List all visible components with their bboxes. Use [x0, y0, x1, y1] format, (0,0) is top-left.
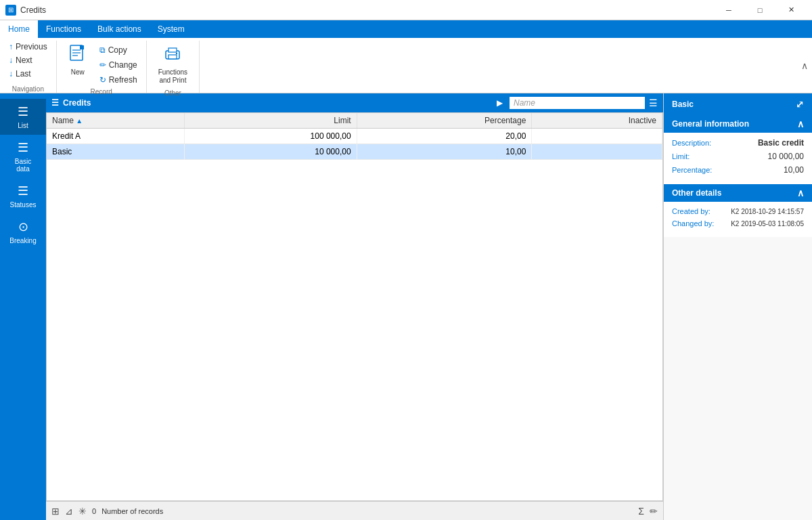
grid-title: ☰ Credits — [51, 98, 493, 108]
general-info-label: General information — [672, 119, 749, 129]
expand-icon[interactable]: ⤢ — [796, 99, 804, 110]
list-icon: ☰ — [18, 104, 28, 119]
records-label: Number of records — [102, 507, 163, 515]
title-bar: ⊞ Credits ─ □ ✕ — [0, 0, 812, 20]
maximize-button[interactable]: □ — [744, 0, 775, 20]
new-label: New — [71, 68, 85, 77]
ribbon: ↑ Previous ↓ Next ↓ Last Navigation — [0, 38, 812, 93]
sidebar-item-statuses[interactable]: ☰ Statuses — [0, 178, 46, 214]
menu-bulk-actions[interactable]: Bulk actions — [89, 20, 150, 38]
functions-print-button[interactable]: Functions and Print — [152, 41, 194, 88]
other-group-label: Other — [152, 88, 194, 98]
cell-percentage: 10,00 — [357, 144, 532, 160]
menu-system[interactable]: System — [150, 20, 193, 38]
menu-home[interactable]: Home — [0, 20, 38, 38]
statuses-icon: ☰ — [18, 183, 28, 198]
table-row[interactable]: Kredit A 100 000,00 20,00 — [47, 129, 662, 144]
sidebar-item-basic-data[interactable]: ☰ Basic data — [0, 135, 46, 178]
ribbon-record-content: New ⧉ Copy ✏ Change ↻ Refresh — [62, 41, 141, 87]
col-inactive[interactable]: Inactive — [532, 113, 662, 129]
other-details-section-header[interactable]: Other details ∧ — [664, 184, 812, 202]
cell-inactive — [532, 129, 662, 144]
window-title: Credits — [20, 5, 46, 15]
filter-icon[interactable]: ⊿ — [65, 506, 73, 517]
right-panel-title: Basic — [672, 100, 694, 109]
credits-table: Name ▲ Limit Percentage Inactive Kredit … — [47, 113, 662, 160]
changed-by-row: Changed by: K2 2019-05-03 11:08:05 — [672, 219, 804, 228]
cell-percentage: 20,00 — [357, 129, 532, 144]
col-name[interactable]: Name ▲ — [47, 113, 185, 129]
created-by-value: K2 2018-10-29 14:15:57 — [716, 208, 804, 215]
ribbon-other-content: Functions and Print — [152, 41, 194, 88]
grid-menu-icon[interactable]: ☰ — [649, 98, 658, 108]
record-group-label: Record — [62, 87, 141, 97]
new-button[interactable]: New — [62, 41, 93, 80]
description-label: Description: — [672, 139, 711, 147]
general-info-content: Description: Basic credit Limit: 10 000,… — [664, 133, 812, 184]
edit-icon[interactable]: ✏ — [650, 506, 658, 517]
previous-button[interactable]: ↑ Previous — [5, 41, 51, 53]
created-by-row: Created by: K2 2018-10-29 14:15:57 — [672, 207, 804, 215]
general-info-section-header[interactable]: General information ∧ — [664, 115, 812, 133]
changed-by-label: Changed by: — [672, 219, 714, 228]
col-percentage[interactable]: Percentage — [357, 113, 532, 129]
description-row: Description: Basic credit — [672, 138, 804, 148]
app-icon: ⊞ — [5, 5, 16, 16]
svg-point-8 — [176, 53, 177, 54]
grid-view-icon[interactable]: ⊞ — [51, 506, 60, 517]
breaking-icon: ⊙ — [18, 219, 28, 234]
table-row[interactable]: Basic 10 000,00 10,00 — [47, 144, 662, 160]
sidebar-item-list[interactable]: ☰ List — [0, 99, 46, 135]
changed-by-value: K2 2019-05-03 11:08:05 — [719, 220, 804, 228]
print-icon — [163, 44, 182, 67]
grid-search-input[interactable] — [510, 97, 645, 109]
main-layout: ☰ List ☰ Basic data ☰ Statuses ⊙ Breakin… — [0, 93, 812, 520]
copy-button[interactable]: ⧉ Copy — [96, 43, 141, 57]
settings-icon[interactable]: ✳ — [78, 506, 87, 517]
filter-count: 0 — [92, 507, 96, 515]
created-by-label: Created by: — [672, 207, 710, 215]
limit-row: Limit: 10 000,00 — [672, 152, 804, 161]
close-button[interactable]: ✕ — [775, 0, 807, 20]
copy-label: Copy — [108, 45, 127, 55]
functions-print-label: Functions and Print — [158, 68, 187, 85]
cell-limit: 100 000,00 — [185, 129, 357, 144]
change-button[interactable]: ✏ Change — [96, 58, 141, 72]
description-value: Basic credit — [717, 138, 804, 148]
list-label: List — [18, 122, 28, 129]
last-icon: ↓ — [9, 69, 13, 79]
grid-title-icon: ☰ — [51, 98, 59, 108]
col-limit[interactable]: Limit — [185, 113, 357, 129]
next-button[interactable]: ↓ Next — [5, 54, 51, 66]
copy-icon: ⧉ — [99, 45, 106, 55]
menu-functions[interactable]: Functions — [38, 20, 89, 38]
content-area: ☰ Credits ▶ ☰ Name ▲ Limit Percentage In… — [46, 93, 663, 520]
right-panel-header: Basic ⤢ — [664, 93, 812, 115]
status-bar-right: Σ ✏ — [638, 506, 658, 517]
statuses-label: Statuses — [10, 201, 37, 209]
ribbon-navigation-group: ↑ Previous ↓ Next ↓ Last Navigation — [0, 41, 57, 93]
limit-label: Limit: — [672, 152, 690, 160]
sidebar-item-breaking[interactable]: ⊙ Breaking — [0, 214, 46, 250]
basic-data-icon: ☰ — [18, 140, 28, 155]
cell-limit: 10 000,00 — [185, 144, 357, 160]
last-label: Last — [16, 69, 31, 79]
right-panel: Basic ⤢ General information ∧ Descriptio… — [663, 93, 812, 520]
grid-arrow-icon: ▶ — [497, 98, 503, 108]
refresh-label: Refresh — [109, 75, 137, 85]
general-info-collapse-icon: ∧ — [797, 118, 804, 129]
navigation-group-label: Navigation — [5, 85, 51, 93]
basic-data-label: Basic data — [15, 158, 31, 173]
last-button[interactable]: ↓ Last — [5, 68, 51, 80]
sum-icon[interactable]: Σ — [638, 506, 644, 517]
refresh-button[interactable]: ↻ Refresh — [96, 73, 141, 87]
svg-rect-7 — [168, 55, 177, 59]
table-body: Kredit A 100 000,00 20,00 Basic 10 000,0… — [47, 129, 662, 160]
new-icon — [68, 44, 87, 67]
ribbon-record-group: New ⧉ Copy ✏ Change ↻ Refresh Record — [57, 41, 147, 93]
next-label: Next — [16, 56, 32, 65]
ribbon-other-group: Functions and Print Other — [147, 41, 200, 93]
percentage-label: Percentage: — [672, 166, 712, 174]
minimize-button[interactable]: ─ — [713, 0, 744, 20]
ribbon-collapse-button[interactable]: ∧ — [800, 59, 809, 72]
